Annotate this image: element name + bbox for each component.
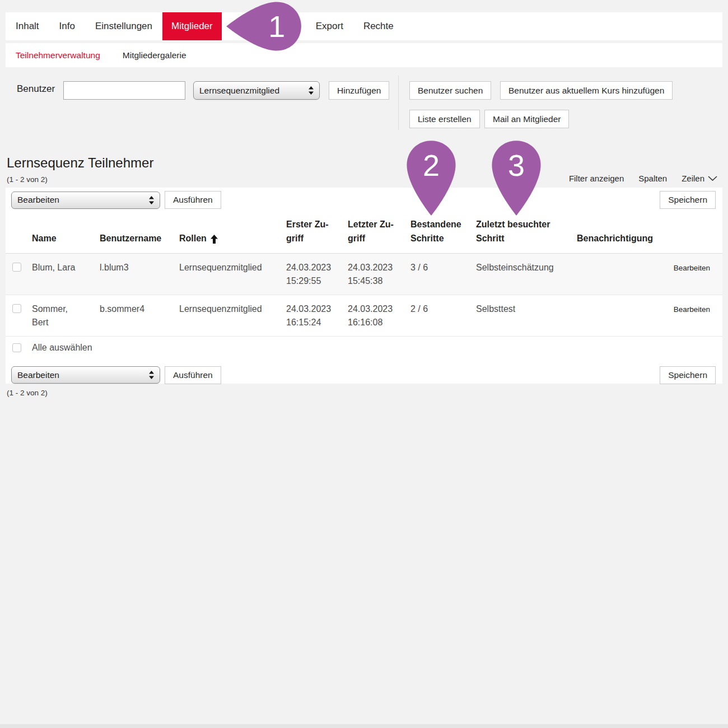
select-arrows-icon [149,196,154,204]
subnav-mitgliedergalerie[interactable]: Mitgliedergalerie [113,50,186,60]
cell-last-access: 24.03.2023 16:16:08 [348,302,410,330]
page-title: Lernsequenz Teilnehmer [7,155,153,171]
cell-username: b.sommer4 [100,302,179,316]
mail-an-mitglieder-button[interactable]: Mail an Mitglieder [484,110,569,128]
header-benachrichtigung[interactable]: Benachrichtigung [577,232,670,246]
tab-einstellungen[interactable]: Einstellungen [85,12,162,40]
row-checkbox[interactable] [12,263,21,272]
tab-inhalt[interactable]: Inhalt [6,12,49,40]
select-all-label: Alle auswählen [32,343,348,353]
marker-number: 3 [508,148,525,182]
table-controls: Filter anzeigen Spalten Zeilen [569,174,717,183]
cell-first-access: 24.03.2023 16:15:24 [286,302,348,330]
table-toolbar-top: Bearbeiten Ausführen Speichern [6,188,722,212]
filter-anzeigen-link[interactable]: Filter anzeigen [569,174,624,183]
hinzufuegen-button[interactable]: Hinzufügen [329,81,389,100]
benutzer-suchen-button[interactable]: Benutzer suchen [409,81,491,100]
last-access-date: 24.03.2023 [348,302,410,316]
ausfuehren-button-bottom[interactable]: Ausführen [165,366,221,384]
speichern-button-bottom[interactable]: Speichern [660,366,716,384]
benutzer-label: Benutzer [17,83,55,95]
cell-passed-steps: 2 / 6 [410,302,476,316]
header-bestandene-schritte[interactable]: Bestandene Schritte [410,218,476,246]
cell-last-visited-step: Selbsttest [476,302,577,316]
header-name[interactable]: Name [32,232,100,246]
cell-first-access: 24.03.2023 15:29:55 [286,261,348,289]
last-access-date: 24.03.2023 [348,261,410,275]
zeilen-label: Zeilen [682,174,704,183]
select-all-checkbox[interactable] [12,343,21,352]
liste-erstellen-button[interactable]: Liste erstellen [409,110,480,128]
first-access-date: 24.03.2023 [286,261,348,275]
subnav-teilnehmerverwaltung[interactable]: Teilnehmerverwaltung [6,50,100,60]
pagination-top: (1 - 2 von 2) [7,175,48,184]
cell-username: l.blum3 [100,261,179,275]
table-row: Sommer, Bert b.sommer4 Lernsequenzmitgli… [6,295,722,337]
last-access-time: 15:45:38 [348,274,410,288]
cell-last-visited-step: Selbsteinschätzung [476,261,577,275]
role-select[interactable]: Lernsequenzmitglied [193,81,320,100]
header-rollen[interactable]: Rollen [179,232,286,246]
members-subnav: Teilnehmerverwaltung Mitgliedergalerie [6,43,722,67]
form-divider [398,76,399,130]
participants-table-panel: Bearbeiten Ausführen Speichern Name Benu… [6,188,722,384]
first-access-time: 15:29:55 [286,274,348,288]
table-toolbar-bottom: Bearbeiten Ausführen Speichern [6,363,722,388]
first-access-date: 24.03.2023 [286,302,348,316]
last-access-time: 16:16:08 [348,316,410,330]
select-all-row: Alle auswählen [6,337,722,360]
spalten-link[interactable]: Spalten [638,174,667,183]
chevron-down-icon [708,176,717,181]
row-checkbox[interactable] [12,304,21,313]
action-select-bottom-value: Bearbeiten [17,370,59,380]
action-select-top-value: Bearbeiten [17,195,59,205]
table-row: Blum, Lara l.blum3 Lernsequenzmitglied 2… [6,254,722,295]
cell-name: Sommer, Bert [32,302,100,330]
row-bearbeiten-link[interactable]: Bearbeiten [674,264,710,272]
cell-name: Blum, Lara [32,261,100,275]
table-header-row: Name Benutzername Rollen Erster Zu- grif… [6,212,722,254]
header-benutzername[interactable]: Benutzername [100,232,179,246]
tab-info[interactable]: Info [49,12,85,40]
role-select-value: Lernsequenzmitglied [199,86,279,96]
cell-role: Lernsequenzmitglied [179,302,286,316]
pagination-bottom: (1 - 2 von 2) [7,389,48,397]
action-select-bottom[interactable]: Bearbeiten [11,366,160,384]
benutzer-input[interactable] [63,81,185,100]
cell-passed-steps: 3 / 6 [410,261,476,275]
cell-last-access: 24.03.2023 15:45:38 [348,261,410,289]
header-letzter-zugriff[interactable]: Letzter Zu- griff [348,218,410,246]
cell-role: Lernsequenzmitglied [179,261,286,275]
sort-ascending-icon [211,235,218,244]
select-arrows-icon [149,371,154,379]
header-rollen-label: Rollen [179,232,207,246]
page: Inhalt Info Einstellungen Mitglieder Exp… [0,0,728,728]
ausfuehren-button-top[interactable]: Ausführen [165,191,221,209]
bottom-strip [0,724,728,728]
select-arrows-icon [309,86,314,95]
zeilen-link[interactable]: Zeilen [682,174,717,183]
header-erster-zugriff[interactable]: Erster Zu- griff [286,218,348,246]
course-tab-bar: Inhalt Info Einstellungen Mitglieder Exp… [6,12,722,40]
marker-number: 2 [423,148,440,182]
header-zuletzt-besuchter-schritt[interactable]: Zuletzt besuchter Schritt [476,218,577,246]
tab-mitglieder[interactable]: Mitglieder [162,12,222,40]
first-access-time: 16:15:24 [286,316,348,330]
speichern-button-top[interactable]: Speichern [660,191,716,209]
tab-export[interactable]: Export [306,12,353,40]
action-select-top[interactable]: Bearbeiten [11,192,160,209]
row-bearbeiten-link[interactable]: Bearbeiten [674,305,710,314]
tab-rechte[interactable]: Rechte [353,12,404,40]
benutzer-aus-kurs-button[interactable]: Benutzer aus aktuellem Kurs hinzufügen [500,81,673,100]
